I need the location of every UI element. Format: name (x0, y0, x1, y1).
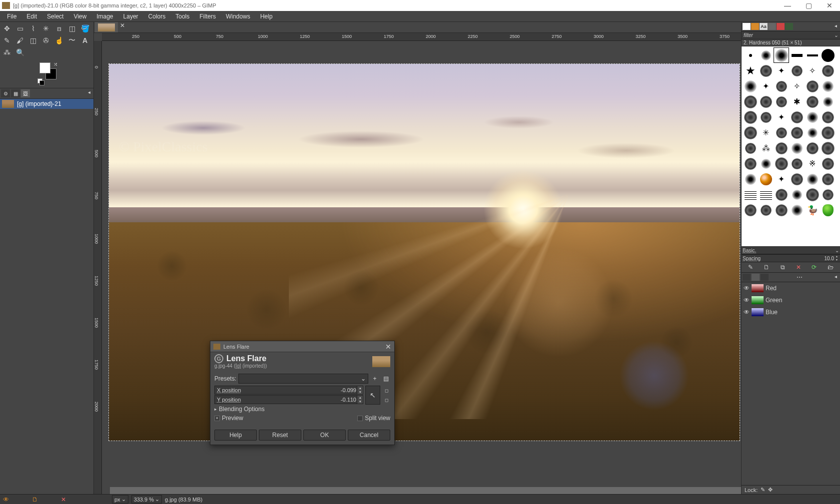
split-view-checkbox[interactable]: Split view (357, 414, 390, 423)
spin-down-icon[interactable]: ▾ (357, 390, 363, 394)
menu-select[interactable]: Select (42, 12, 68, 21)
tab-tool-options[interactable]: ⚙ (1, 89, 10, 97)
spin-up-icon[interactable]: ▴ (834, 255, 839, 258)
refresh-brush-button[interactable]: ⟳ (812, 264, 817, 271)
brush-item[interactable] (805, 78, 820, 94)
duplicate-brush-button[interactable]: ⧉ (781, 264, 785, 271)
brush-item[interactable] (774, 140, 789, 156)
tool-smudge[interactable]: ☝ (52, 34, 65, 46)
tool-picker[interactable]: ⁂ (0, 46, 13, 58)
brush-item[interactable] (758, 202, 774, 218)
tool-wand[interactable]: ✳ (39, 22, 52, 34)
brush-item[interactable] (820, 47, 836, 63)
spin-up-icon[interactable]: ▴ (357, 386, 363, 390)
y-position-input[interactable]: Y position -0.110 ▴▾ (214, 395, 363, 404)
brush-item[interactable]: ✦ (758, 78, 774, 94)
channel-blue[interactable]: 👁 Blue (742, 306, 840, 318)
brush-item[interactable] (774, 125, 789, 140)
status-close-icon[interactable]: ✕ (61, 496, 66, 503)
tool-zoom[interactable]: 🔍 (13, 46, 26, 58)
brush-item[interactable] (820, 156, 836, 171)
menu-file[interactable]: File (2, 12, 21, 21)
presets-add-button[interactable]: + (370, 374, 379, 383)
brush-item[interactable] (820, 109, 836, 125)
visibility-icon[interactable]: 👁 (744, 285, 750, 292)
brush-item[interactable] (774, 94, 789, 109)
tab-patterns[interactable] (751, 23, 759, 30)
canvas[interactable]: © PixelClassics (109, 64, 740, 441)
menu-edit[interactable]: Edit (21, 12, 42, 21)
tab-channels[interactable] (752, 274, 760, 281)
brush-item[interactable] (774, 156, 789, 171)
brush-item[interactable] (789, 63, 805, 78)
delete-brush-button[interactable]: ✕ (796, 264, 801, 271)
brush-item[interactable] (820, 171, 836, 187)
brush-item[interactable] (789, 156, 805, 171)
brush-filter-input[interactable]: filter ⌄ (742, 31, 840, 39)
ok-button[interactable]: OK (303, 430, 346, 441)
brush-item[interactable] (743, 94, 758, 109)
new-brush-button[interactable]: 🗋 (764, 264, 770, 271)
brush-item[interactable] (805, 171, 820, 187)
tab-layers[interactable] (743, 274, 751, 281)
brush-item[interactable] (758, 156, 774, 171)
tabs-overflow-icon[interactable]: ⋯ (797, 274, 805, 281)
blending-options-expander[interactable]: ▸ Blending Options (214, 405, 390, 414)
swap-colors-icon[interactable]: ⤭ (53, 61, 57, 67)
brush-item[interactable] (743, 125, 758, 140)
tool-text[interactable]: A (78, 34, 91, 46)
brush-item[interactable]: ✦ (774, 63, 789, 78)
canvas-area[interactable]: © PixelClassics (102, 41, 741, 494)
configure-tab-icon[interactable]: ◂ (88, 89, 92, 97)
brush-item[interactable] (758, 63, 774, 78)
dialog-close-icon[interactable]: ✕ (385, 343, 391, 351)
brush-item[interactable]: ✦ (774, 171, 789, 187)
preview-checkbox[interactable]: × Preview (214, 414, 243, 423)
brush-item[interactable] (820, 63, 836, 78)
tool-transform[interactable]: ◫ (65, 22, 78, 34)
menu-windows[interactable]: Windows (221, 12, 255, 21)
brush-item[interactable] (805, 125, 820, 140)
menu-layer[interactable]: Layer (118, 12, 143, 21)
menu-filters[interactable]: Filters (194, 12, 221, 21)
tool-crop[interactable]: ⧈ (52, 22, 65, 34)
brush-item[interactable] (774, 187, 789, 202)
brush-item[interactable]: ✧ (805, 63, 820, 78)
tool-pencil[interactable]: ✎ (0, 34, 13, 46)
minimize-button[interactable]: — (783, 1, 792, 10)
scrollbar-horizontal[interactable] (110, 487, 741, 494)
brush-item[interactable] (758, 187, 774, 202)
brush-item[interactable] (789, 109, 805, 125)
status-file-icon[interactable]: 🗋 (32, 496, 38, 503)
close-button[interactable]: ✕ (825, 1, 834, 10)
x-position-input[interactable]: X position -0.099 ▴▾ (214, 386, 363, 395)
brush-item[interactable] (805, 47, 820, 63)
reset-button[interactable]: Reset (259, 430, 301, 441)
spin-up-icon[interactable]: ▴ (357, 396, 363, 400)
tool-rect-select[interactable]: ▭ (13, 22, 26, 34)
menu-colors[interactable]: Colors (143, 12, 171, 21)
brush-item[interactable] (820, 125, 836, 140)
tool-brush[interactable]: 🖌 (13, 34, 26, 46)
edit-brush-button[interactable]: ✎ (748, 264, 753, 271)
brush-item[interactable] (805, 187, 820, 202)
configure-tab-icon[interactable]: ◂ (833, 23, 839, 30)
tab-brushes[interactable] (743, 23, 751, 30)
brush-item[interactable] (758, 171, 774, 187)
ruler-horizontal[interactable]: 250 500 750 1000 1250 1500 1750 2000 225… (102, 33, 741, 41)
presets-menu-button[interactable]: ▤ (381, 374, 390, 383)
document-tab-close[interactable]: ✕ (118, 22, 127, 32)
status-wilber-icon[interactable]: 👁 (3, 496, 9, 503)
brush-item[interactable] (774, 47, 789, 63)
brush-item[interactable] (758, 94, 774, 109)
spacing-input[interactable]: Spacing 10.0 ▴▾ (742, 254, 840, 262)
image-list-item[interactable]: [g] (imported)-21 (0, 99, 93, 109)
brush-item[interactable] (758, 109, 774, 125)
brush-item[interactable] (774, 202, 789, 218)
brush-item[interactable] (789, 140, 805, 156)
tab-device[interactable]: ▦ (11, 89, 20, 97)
tool-bucket[interactable]: 🪣 (78, 22, 91, 34)
channel-red[interactable]: 👁 Red (742, 282, 840, 294)
brush-item[interactable] (743, 47, 758, 63)
cancel-button[interactable]: Cancel (348, 430, 390, 441)
